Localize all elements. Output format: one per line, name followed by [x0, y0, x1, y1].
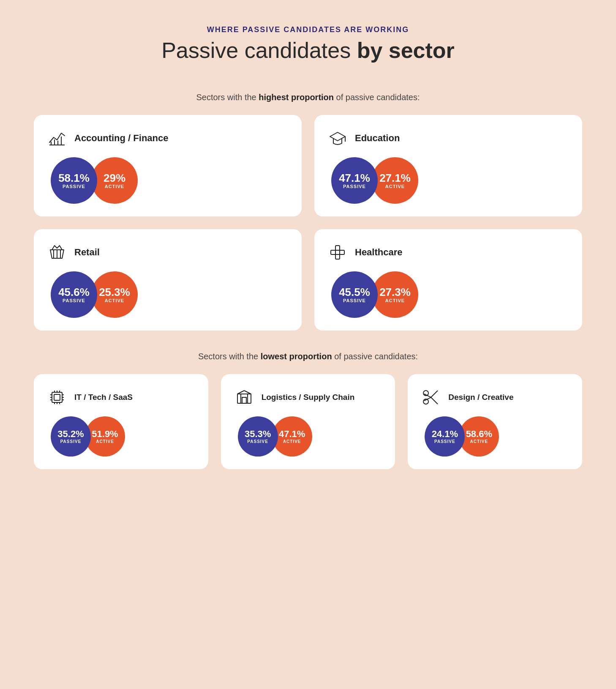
card-accounting-finance-title: Accounting / Finance: [74, 133, 168, 144]
accounting-passive-label: PASSIVE: [63, 184, 85, 189]
healthcare-active-bubble: 27.3% ACTIVE: [372, 271, 418, 318]
card-logistics: Logistics / Supply Chain 35.3% PASSIVE 4…: [221, 374, 395, 469]
card-accounting-finance: Accounting / Finance 58.1% PASSIVE 29% A…: [34, 115, 302, 216]
svg-rect-26: [237, 394, 251, 403]
svg-rect-11: [331, 250, 344, 254]
tech-icon: [46, 387, 68, 408]
design-passive-bubble: 24.1% PASSIVE: [425, 416, 465, 457]
education-passive-bubble: 47.1% PASSIVE: [331, 157, 378, 204]
education-icon: [327, 128, 348, 149]
accounting-active-bubble: 29% ACTIVE: [91, 157, 138, 204]
svg-rect-12: [52, 392, 62, 402]
finance-icon: [46, 128, 68, 149]
accounting-active-label: ACTIVE: [105, 184, 124, 189]
highest-sectors-grid: Accounting / Finance 58.1% PASSIVE 29% A…: [34, 115, 582, 331]
card-retail-stats: 45.6% PASSIVE 25.3% ACTIVE: [46, 271, 289, 318]
card-logistics-title: Logistics / Supply Chain: [262, 393, 355, 402]
svg-marker-5: [330, 132, 345, 141]
lowest-sectors-grid: IT / Tech / SaaS 35.2% PASSIVE 51.9% ACT…: [34, 374, 582, 469]
card-education-title: Education: [355, 133, 400, 144]
card-it-tech: IT / Tech / SaaS 35.2% PASSIVE 51.9% ACT…: [34, 374, 208, 469]
page-container: WHERE PASSIVE CANDIDATES ARE WORKING Pas…: [34, 25, 582, 473]
card-healthcare-stats: 45.5% PASSIVE 27.3% ACTIVE: [327, 271, 570, 318]
logistics-passive-bubble: 35.3% PASSIVE: [238, 416, 278, 457]
design-active-bubble: 58.6% ACTIVE: [459, 416, 499, 457]
svg-line-32: [431, 397, 438, 404]
header-subtitle: WHERE PASSIVE CANDIDATES ARE WORKING: [161, 25, 455, 34]
svg-line-30: [244, 391, 251, 394]
card-design-creative: Design / Creative 24.1% PASSIVE 58.6% AC…: [408, 374, 582, 469]
card-design-creative-title: Design / Creative: [448, 393, 513, 402]
card-design-creative-stats: 24.1% PASSIVE 58.6% ACTIVE: [420, 416, 570, 457]
healthcare-icon: [327, 242, 348, 263]
healthcare-passive-bubble: 45.5% PASSIVE: [331, 271, 378, 318]
card-education-stats: 47.1% PASSIVE 27.1% ACTIVE: [327, 157, 570, 204]
card-healthcare: Healthcare 45.5% PASSIVE 27.3% ACTIVE: [314, 229, 582, 331]
design-icon: [420, 387, 442, 408]
highest-section-label: Sectors with the highest proportion of p…: [196, 93, 420, 102]
card-logistics-stats: 35.3% PASSIVE 47.1% ACTIVE: [234, 416, 383, 457]
education-active-bubble: 27.1% ACTIVE: [372, 157, 418, 204]
svg-rect-10: [335, 246, 340, 259]
header-title: Passive candidates by sector: [161, 38, 455, 63]
card-education: Education 47.1% PASSIVE 27.1% ACTIVE: [314, 115, 582, 216]
svg-rect-28: [242, 397, 246, 403]
retail-active-bubble: 25.3% ACTIVE: [91, 271, 138, 318]
card-accounting-finance-stats: 58.1% PASSIVE 29% ACTIVE: [46, 157, 289, 204]
header: WHERE PASSIVE CANDIDATES ARE WORKING Pas…: [161, 25, 455, 63]
card-retail-title: Retail: [74, 247, 100, 258]
logistics-icon: [234, 387, 255, 408]
card-it-tech-title: IT / Tech / SaaS: [74, 393, 133, 402]
accounting-passive-pct: 58.1%: [58, 172, 90, 184]
retail-passive-bubble: 45.6% PASSIVE: [51, 271, 97, 318]
card-it-tech-stats: 35.2% PASSIVE 51.9% ACTIVE: [46, 416, 196, 457]
card-retail: Retail 45.6% PASSIVE 25.3% ACTIVE: [34, 229, 302, 331]
accounting-active-pct: 29%: [104, 172, 125, 184]
lowest-section-label: Sectors with the lowest proportion of pa…: [198, 352, 418, 361]
svg-line-29: [237, 391, 244, 394]
accounting-passive-bubble: 58.1% PASSIVE: [51, 157, 97, 204]
card-healthcare-title: Healthcare: [355, 247, 403, 258]
it-active-bubble: 51.9% ACTIVE: [85, 416, 125, 457]
svg-rect-13: [54, 394, 60, 400]
it-passive-bubble: 35.2% PASSIVE: [51, 416, 91, 457]
logistics-active-bubble: 47.1% ACTIVE: [272, 416, 312, 457]
svg-line-31: [431, 391, 438, 397]
retail-icon: [46, 242, 68, 263]
